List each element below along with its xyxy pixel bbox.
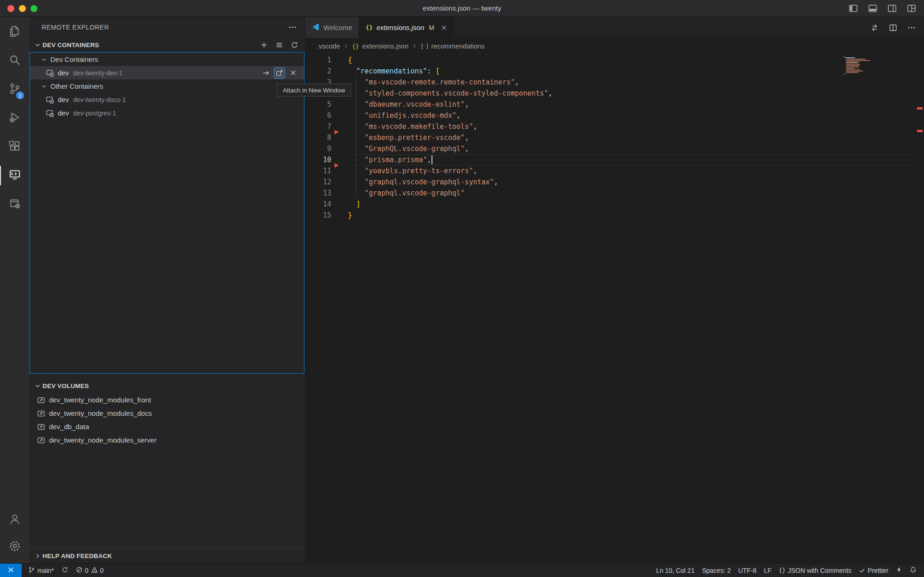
volume-row[interactable]: dev_twenty_node_modules_docs <box>30 407 304 420</box>
remote-indicator-button[interactable] <box>0 564 22 577</box>
git-modified-badge: M <box>429 24 434 31</box>
toggle-secondary-sidebar-icon[interactable] <box>886 2 898 14</box>
toggle-primary-sidebar-icon[interactable] <box>847 2 859 14</box>
line-number: 1 <box>327 55 331 66</box>
section-help-and-feedback[interactable]: HELP AND FEEDBACK <box>30 548 304 563</box>
section-label: DEV VOLUMES <box>43 383 300 389</box>
close-icon[interactable] <box>441 24 447 31</box>
more-actions-icon[interactable] <box>906 22 918 34</box>
sidebar-item-remote-explorer[interactable] <box>0 161 30 190</box>
sidebar-item-run-debug[interactable] <box>0 104 30 133</box>
volume-row[interactable]: dev_db_data <box>30 420 304 433</box>
chevron-down-icon <box>33 383 42 389</box>
indentation-status[interactable]: Spaces: 2 <box>698 564 734 577</box>
problems-status[interactable]: 0 0 <box>72 564 108 577</box>
volume-icon <box>37 396 45 404</box>
code-editor[interactable]: 123456789101112131415 { "recommendations… <box>305 55 924 563</box>
line-number: 10 <box>323 154 331 165</box>
account-icon <box>9 513 21 527</box>
dev-containers-tree: Dev Containersdevdev-twenty-dev-1Other C… <box>30 52 304 374</box>
cursor-position-status[interactable]: Ln 10, Col 21 <box>652 564 698 577</box>
line-number: 2 <box>327 66 331 77</box>
tab-extensions-json[interactable]: {} extensions.json M <box>359 17 454 38</box>
toggle-panel-icon[interactable] <box>867 2 879 14</box>
add-icon[interactable] <box>258 39 270 51</box>
container-description: dev-twenty-dev-1 <box>73 69 122 77</box>
more-actions-icon[interactable] <box>286 21 298 33</box>
manage-button[interactable] <box>0 534 30 560</box>
line-number: 8 <box>327 132 331 143</box>
chevron-down-icon <box>41 84 49 89</box>
code-line: "yoavbls.pretty-ts-errors", <box>348 165 477 176</box>
section-dev-containers[interactable]: DEV CONTAINERS <box>30 37 305 52</box>
code-line: ] <box>348 199 360 210</box>
volume-name: dev_twenty_node_modules_docs <box>49 409 152 417</box>
container-row[interactable]: devdev-twenty-dev-1 <box>30 66 304 79</box>
symbol-array-icon: [ ] <box>420 43 428 50</box>
code-line: "recommendations": [ <box>348 66 440 77</box>
attach-new-window-button[interactable] <box>274 67 285 79</box>
feedback-button[interactable] <box>892 564 906 577</box>
tooltip-attach-new-window: Attach in New Window <box>277 84 351 97</box>
chevron-right-icon <box>33 553 42 559</box>
attach-current-window-icon[interactable] <box>261 67 272 79</box>
remove-container-icon[interactable] <box>287 67 298 79</box>
volume-name: dev_twenty_node_modules_server <box>49 436 157 444</box>
branch-icon <box>28 566 35 575</box>
breadcrumb-symbol[interactable]: recommendations <box>432 43 485 50</box>
vscode-window: extensions.json — twenty 1 <box>0 0 924 577</box>
language-mode-status[interactable]: {} JSON with Comments <box>775 564 855 577</box>
sidebar-item-source-control[interactable]: 1 <box>0 75 30 104</box>
run-debug-icon <box>9 111 21 125</box>
tree-group-header[interactable]: Other Containers <box>30 79 304 93</box>
extensions-icon <box>9 140 21 154</box>
section-dev-volumes[interactable]: DEV VOLUMES <box>30 378 304 393</box>
git-deleted-lines-marker[interactable] <box>334 163 339 168</box>
volume-row[interactable]: dev_twenty_node_modules_front <box>30 393 304 407</box>
encoding-status[interactable]: UTF-8 <box>735 564 760 577</box>
zoom-window-button[interactable] <box>30 5 37 12</box>
code-line: "styled-components.vscode-styled-compone… <box>348 88 553 99</box>
sidebar-item-explorer[interactable] <box>0 18 30 47</box>
split-editor-icon[interactable] <box>887 22 899 34</box>
line-number: 9 <box>327 143 331 154</box>
minimize-window-button[interactable] <box>19 5 26 12</box>
breadcrumb-folder[interactable]: .vscode <box>317 43 340 50</box>
sync-changes-button[interactable] <box>58 564 72 577</box>
notifications-button[interactable] <box>906 564 920 577</box>
zap-icon <box>896 566 902 574</box>
customize-layout-icon[interactable] <box>906 2 918 14</box>
open-changes-icon[interactable] <box>869 22 881 34</box>
sidebar-item-search[interactable] <box>0 47 30 75</box>
code-line: } <box>348 210 352 221</box>
activity-bar: 1 <box>0 17 30 563</box>
container-row[interactable]: devdev-postgres-1 <box>30 106 304 120</box>
volume-row[interactable]: dev_twenty_node_modules_server <box>30 433 304 447</box>
chevron-right-icon <box>343 43 349 49</box>
eol-status[interactable]: LF <box>760 564 775 577</box>
breadcrumb-file[interactable]: extensions.json <box>362 43 408 50</box>
git-deleted-lines-marker[interactable] <box>334 130 339 134</box>
tree-group-header[interactable]: Dev Containers <box>30 53 304 66</box>
container-row[interactable]: devdev-twenty-docs-1 <box>30 93 304 106</box>
volume-name: dev_db_data <box>49 423 89 431</box>
accounts-button[interactable] <box>0 507 30 534</box>
sidebar-item-dev-containers[interactable] <box>0 190 30 219</box>
traffic-lights <box>7 0 37 17</box>
code-line: "graphql.vscode-graphql-syntax", <box>348 176 498 188</box>
chevron-right-icon <box>412 43 417 49</box>
close-window-button[interactable] <box>7 5 14 12</box>
code-line: "esbenp.prettier-vscode", <box>348 132 469 143</box>
tab-welcome[interactable]: Welcome <box>305 17 359 38</box>
minimap[interactable] <box>844 56 874 76</box>
container-name: dev <box>58 96 69 103</box>
code-line: "GraphQL.vscode-graphql", <box>348 143 469 154</box>
scm-badge: 1 <box>16 91 24 99</box>
line-number: 6 <box>327 110 331 121</box>
git-branch-status[interactable]: main* <box>24 564 58 577</box>
sidebar-item-extensions[interactable] <box>0 133 30 161</box>
formatter-status[interactable]: Prettier <box>855 564 892 577</box>
refresh-icon[interactable] <box>288 39 300 51</box>
list-filter-icon[interactable] <box>273 39 285 51</box>
titlebar: extensions.json — twenty <box>0 0 924 17</box>
